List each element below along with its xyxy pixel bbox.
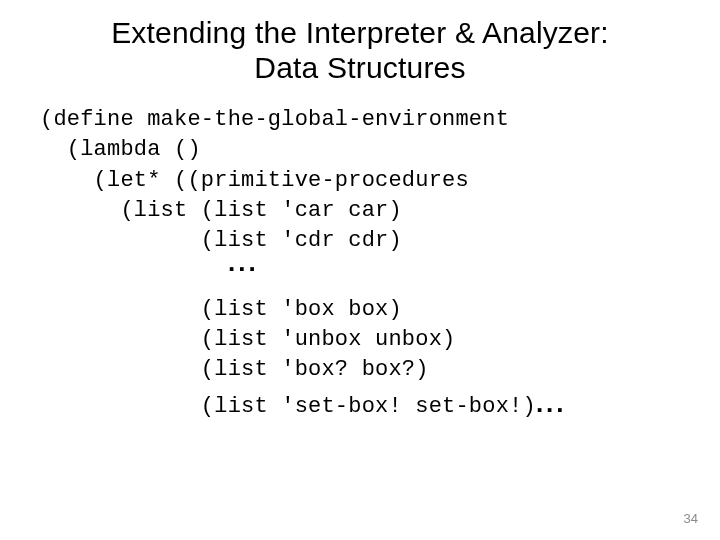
- title-line-2: Data Structures: [254, 51, 465, 84]
- ellipsis: ...: [536, 388, 567, 418]
- code-line: (list 'cdr cdr): [40, 228, 402, 253]
- code-line: (list 'set-box! set-box!): [40, 394, 536, 419]
- code-block: (define make-the-global-environment (lam…: [40, 105, 680, 422]
- code-line: (lambda (): [40, 137, 201, 162]
- code-line: (list 'box box): [40, 297, 402, 322]
- ellipsis: ...: [40, 255, 680, 271]
- slide-title: Extending the Interpreter & Analyzer: Da…: [40, 16, 680, 85]
- code-line: (list (list 'car car): [40, 198, 402, 223]
- code-line: (list 'unbox unbox): [40, 327, 455, 352]
- title-line-1: Extending the Interpreter & Analyzer:: [111, 16, 609, 49]
- code-line: (list 'box? box?): [40, 357, 429, 382]
- code-line: (define make-the-global-environment: [40, 107, 509, 132]
- code-line: (let* ((primitive-procedures: [40, 168, 469, 193]
- slide: Extending the Interpreter & Analyzer: Da…: [0, 0, 720, 540]
- page-number: 34: [684, 511, 698, 526]
